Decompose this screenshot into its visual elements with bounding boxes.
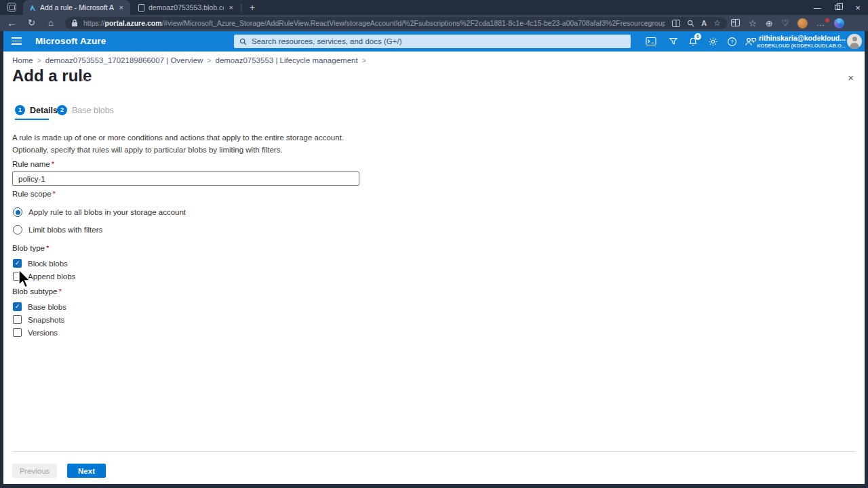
hamburger-menu-icon[interactable]: [12, 37, 22, 47]
active-tab-underline: [15, 119, 49, 120]
footer-divider: [12, 451, 856, 452]
radio-apply-all-blobs[interactable]: Apply rule to all blobs in your storage …: [13, 207, 186, 217]
radio-label: Apply rule to all blobs in your storage …: [28, 208, 186, 216]
back-icon[interactable]: ←: [7, 17, 17, 28]
azure-brand[interactable]: Microsoft Azure: [35, 36, 106, 46]
azure-favicon: [28, 4, 36, 12]
account-info[interactable]: rithinskaria@kodekloud... KODEKLOUD (KOD…: [757, 34, 846, 49]
favorites-hub-icon[interactable]: ☆: [749, 18, 757, 28]
directory-filter-icon[interactable]: [667, 36, 680, 47]
checkbox-unchecked-icon[interactable]: [13, 315, 22, 324]
workspaces-icon[interactable]: [7, 3, 16, 12]
ellipsis-icon: ...: [816, 19, 825, 27]
label-text: Rule scope: [12, 190, 52, 198]
previous-button[interactable]: Previous: [12, 464, 57, 478]
checkbox-label: Append blobs: [28, 272, 75, 281]
checkbox-versions[interactable]: Versions: [13, 328, 58, 337]
url-scheme: https://: [83, 19, 105, 27]
feedback-icon[interactable]: [744, 36, 757, 47]
rule-name-input[interactable]: [12, 171, 359, 186]
rule-description: A rule is made up of one or more conditi…: [12, 131, 366, 157]
browser-toolbar: ← ↻ ⌂ https://portal.azure.com/#view/Mic…: [0, 15, 868, 31]
address-bar[interactable]: https://portal.azure.com/#view/Microsoft…: [65, 17, 727, 29]
restore-icon: [835, 5, 840, 10]
tab-close-icon[interactable]: ×: [228, 3, 235, 12]
notification-dot: [825, 18, 830, 23]
browser-titlebar: Add a rule - Microsoft Azure × demoaz075…: [0, 0, 868, 15]
rule-name-label: Rule name*: [12, 160, 54, 168]
window-minimize-button[interactable]: —: [807, 0, 827, 15]
required-asterisk: *: [53, 190, 56, 198]
tab-separator: [241, 4, 241, 12]
search-icon: [239, 38, 247, 45]
page-favicon: [138, 4, 144, 12]
next-button[interactable]: Next: [67, 464, 106, 478]
radio-label: Limit blobs with filters: [28, 226, 102, 234]
help-icon[interactable]: ?: [725, 36, 738, 47]
tab-base-blobs[interactable]: 2 Base blobs: [57, 105, 114, 115]
find-icon[interactable]: [687, 20, 694, 27]
window-close-button[interactable]: ×: [848, 0, 868, 15]
browser-menu-icon[interactable]: ...: [816, 19, 825, 27]
label-text: Rule name: [12, 160, 50, 168]
search-input[interactable]: [252, 37, 625, 45]
copilot-icon[interactable]: [834, 18, 844, 28]
url-text: https://portal.azure.com/#view/Microsoft…: [83, 19, 665, 27]
url-path: /#view/Microsoft_Azure_Storage/AddRuleVi…: [162, 19, 666, 27]
browser-profile-avatar[interactable]: [797, 18, 808, 28]
breadcrumb-link-home[interactable]: Home: [12, 56, 33, 64]
read-aloud-icon[interactable]: A: [701, 19, 707, 27]
required-asterisk: *: [52, 160, 54, 168]
rule-scope-label: Rule scope*: [12, 190, 56, 198]
radio-limit-with-filters[interactable]: Limit blobs with filters: [13, 225, 102, 235]
azure-search-box[interactable]: [234, 35, 631, 48]
favorite-star-icon[interactable]: ☆: [713, 18, 721, 28]
url-host: portal.azure.com: [105, 19, 162, 27]
radio-unselected-icon[interactable]: [13, 225, 22, 235]
panel-close-icon[interactable]: ×: [848, 72, 854, 83]
checkbox-label: Versions: [28, 329, 58, 337]
radio-selected-icon[interactable]: [13, 207, 22, 217]
checkbox-checked-icon[interactable]: ✓: [13, 302, 22, 311]
home-icon[interactable]: ⌂: [48, 18, 54, 28]
azure-avatar[interactable]: [847, 34, 862, 49]
checkbox-base-blobs[interactable]: ✓ Base blobs: [13, 302, 66, 311]
tab-details[interactable]: 1 Details: [15, 105, 58, 115]
browser-tab-active[interactable]: Add a rule - Microsoft Azure ×: [23, 0, 130, 15]
settings-gear-icon[interactable]: [706, 36, 719, 47]
new-tab-button[interactable]: +: [245, 1, 259, 14]
checkbox-label: Base blobs: [28, 303, 66, 311]
checkbox-label: Block blobs: [28, 260, 68, 268]
browser-tab-background[interactable]: demoaz0753553.blob.core.wind ×: [133, 0, 240, 15]
checkbox-block-blobs[interactable]: ✓ Block blobs: [13, 259, 68, 268]
label-text: Blob type: [12, 244, 45, 252]
checkbox-unchecked-icon[interactable]: [13, 328, 22, 337]
tab-title: Add a rule - Microsoft Azure: [40, 3, 114, 12]
blob-type-label: Blob type*: [12, 244, 49, 252]
tab-close-icon[interactable]: ×: [118, 3, 125, 12]
breadcrumb-link-lifecycle[interactable]: demoaz0753553 | Lifecycle management: [216, 56, 358, 64]
cloud-shell-icon[interactable]: [644, 36, 658, 47]
tab-label: Details: [30, 106, 58, 115]
breadcrumb: Home>demoaz0753553_1702189866007 | Overv…: [12, 56, 370, 64]
reading-view-icon[interactable]: [731, 17, 740, 29]
title-more-icon[interactable]: ...: [81, 73, 90, 83]
check-icon: ✓: [15, 304, 20, 310]
window-restore-button[interactable]: [827, 0, 848, 15]
tab-label: Base blobs: [72, 106, 114, 115]
notifications-bell-icon[interactable]: 6: [686, 36, 700, 47]
checkbox-checked-icon[interactable]: ✓: [13, 259, 22, 268]
notification-badge: 6: [694, 33, 701, 40]
breadcrumb-link-storage-overview[interactable]: demoaz0753553_1702189866007 | Overview: [45, 56, 203, 64]
account-email: rithinskaria@kodekloud...: [757, 34, 846, 43]
checkbox-snapshots[interactable]: Snapshots: [13, 315, 64, 324]
breadcrumb-separator: >: [362, 56, 366, 64]
browser-essentials-icon[interactable]: ♡: [782, 18, 789, 28]
portal-content: Home>demoaz0753553_1702189866007 | Overv…: [3, 52, 865, 484]
step-number-badge: 1: [15, 105, 25, 115]
page-title: Add a rule: [12, 66, 92, 85]
lock-icon: [71, 19, 78, 27]
collections-icon[interactable]: ⊕: [766, 18, 773, 28]
refresh-icon[interactable]: ↻: [28, 18, 35, 28]
split-screen-icon[interactable]: [672, 20, 680, 27]
